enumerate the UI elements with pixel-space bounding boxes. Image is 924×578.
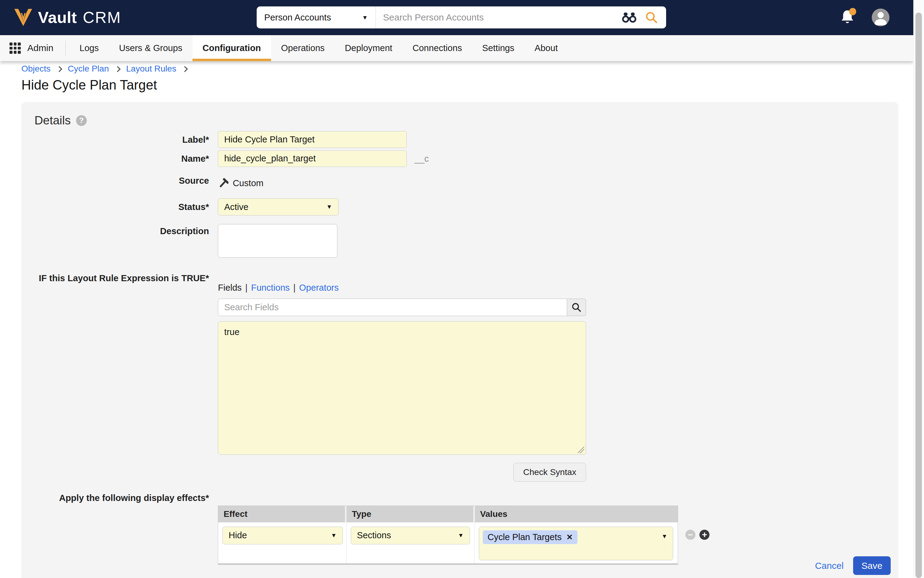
column-type: Type [347, 506, 475, 522]
admin-nav-bar: Admin Logs Users & Groups Configuration … [0, 35, 913, 62]
status-select[interactable]: Active ▼ [218, 198, 339, 216]
tab-operations[interactable]: Operations [271, 35, 335, 62]
type-select[interactable]: Sections ▼ [351, 527, 470, 544]
details-heading: Details [34, 114, 71, 127]
breadcrumb: Objects Cycle Plan Layout Rules [21, 63, 187, 74]
remove-row-button[interactable]: − [686, 530, 695, 540]
launcher-label: Admin [27, 43, 53, 53]
chevron-down-icon: ▼ [326, 204, 332, 210]
name-field-input[interactable] [218, 150, 407, 167]
search-input[interactable] [376, 6, 621, 28]
tab-logs[interactable]: Logs [70, 35, 109, 62]
expression-pickers: Fields|Functions|Operators [218, 283, 586, 293]
search-icon [571, 302, 582, 312]
tab-configuration[interactable]: Configuration [193, 35, 271, 62]
effects-table: Effect Type Values Hide ▼ [218, 506, 678, 565]
label-field-input[interactable] [218, 131, 407, 148]
effects-table-header: Effect Type Values [218, 506, 678, 522]
user-avatar[interactable] [872, 8, 890, 26]
app-launcher[interactable]: Admin [0, 35, 62, 62]
check-syntax-button[interactable]: Check Syntax [513, 463, 586, 482]
details-card: Details ? Label* Name* __c Source [21, 102, 898, 578]
scrollbar-thumb[interactable] [916, 13, 922, 578]
top-header: Vault CRM Person Accounts ▼ [0, 0, 913, 35]
search-fields-input[interactable] [218, 299, 567, 316]
breadcrumb-layout-rules[interactable]: Layout Rules [126, 63, 176, 74]
nav-divider [65, 41, 66, 55]
notification-badge [849, 8, 856, 15]
vault-crm-logo[interactable]: Vault CRM [13, 0, 121, 35]
search-fields-button[interactable] [567, 299, 586, 316]
tab-settings[interactable]: Settings [472, 35, 524, 62]
expression-label: IF this Layout Rule Expression is TRUE* [21, 273, 209, 283]
breadcrumb-objects[interactable]: Objects [21, 63, 50, 74]
hammer-icon [218, 178, 229, 189]
source-field-label: Source [21, 176, 209, 186]
chevron-down-icon: ▼ [331, 533, 337, 538]
picker-functions[interactable]: Functions [251, 283, 290, 292]
chevron-down-icon: ▼ [458, 533, 464, 538]
tab-deployment[interactable]: Deployment [335, 35, 402, 62]
add-row-button[interactable]: + [699, 530, 710, 540]
tab-users-groups[interactable]: Users & Groups [109, 35, 192, 62]
column-values: Values [475, 506, 677, 522]
effect-value: Hide [229, 530, 247, 541]
breadcrumb-cycle-plan[interactable]: Cycle Plan [68, 63, 109, 74]
effects-table-row: Hide ▼ Sections ▼ [218, 522, 678, 563]
label-field-label: Label* [21, 131, 209, 145]
search-scope-value: Person Accounts [264, 13, 331, 23]
search-scope-selector[interactable]: Person Accounts ▼ [257, 6, 376, 28]
chevron-right-icon [115, 66, 120, 72]
global-search-bar: Person Accounts ▼ [257, 6, 666, 28]
chevron-right-icon [182, 66, 188, 72]
chevron-down-icon: ▼ [362, 15, 368, 21]
notifications-bell-icon[interactable] [840, 9, 855, 26]
type-value: Sections [357, 530, 391, 541]
column-effect: Effect [218, 506, 347, 522]
status-field-label: Status* [21, 198, 209, 212]
help-icon[interactable]: ? [76, 115, 87, 126]
brand-crm: CRM [83, 8, 121, 27]
search-icon[interactable] [645, 11, 658, 24]
source-value: Custom [233, 178, 263, 188]
name-field-label: Name* [21, 150, 209, 164]
save-button[interactable]: Save [853, 556, 891, 575]
binoculars-icon[interactable] [621, 11, 637, 24]
tab-connections[interactable]: Connections [402, 35, 472, 62]
description-textarea[interactable] [218, 224, 337, 258]
effects-label: Apply the following display effects* [21, 493, 209, 503]
values-multiselect[interactable]: Cycle Plan Targets ✕ ▼ [479, 527, 673, 560]
picker-operators[interactable]: Operators [299, 283, 339, 292]
brand-vault: Vault [38, 8, 77, 27]
chip-label: Cycle Plan Targets [488, 532, 562, 542]
picker-fields[interactable]: Fields [218, 283, 242, 292]
description-field-label: Description [21, 224, 209, 237]
app-window: Vault CRM Person Accounts ▼ [0, 0, 924, 578]
waffle-grid-icon [10, 42, 21, 54]
expression-textarea[interactable]: true [218, 321, 586, 455]
page-title: Hide Cycle Plan Target [21, 77, 157, 93]
chevron-right-icon [56, 66, 62, 72]
chip-remove-icon[interactable]: ✕ [566, 533, 573, 541]
status-value: Active [224, 202, 248, 212]
tab-about[interactable]: About [524, 35, 568, 62]
cancel-button[interactable]: Cancel [815, 560, 844, 571]
effect-select[interactable]: Hide ▼ [222, 527, 343, 544]
value-chip: Cycle Plan Targets ✕ [483, 530, 577, 544]
vault-v-icon [13, 8, 33, 27]
name-suffix: __c [414, 150, 429, 164]
chevron-down-icon: ▼ [661, 533, 667, 539]
vertical-scrollbar[interactable] [913, 0, 924, 578]
